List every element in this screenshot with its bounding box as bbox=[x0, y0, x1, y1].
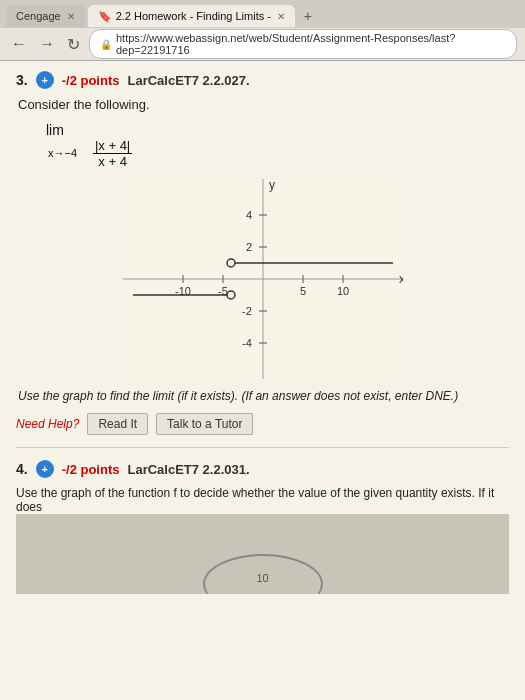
question-4-points: -/2 points bbox=[62, 462, 120, 477]
browser-chrome: Cengage ✕ 🔖 2.2 Homework - Finding Limit… bbox=[0, 0, 525, 61]
tab-homework[interactable]: 🔖 2.2 Homework - Finding Limits - ✕ bbox=[88, 5, 295, 27]
question-3-points: -/2 points bbox=[62, 73, 120, 88]
label-y-4: 4 bbox=[245, 209, 251, 221]
question-4-number: 4. bbox=[16, 461, 28, 477]
open-circle-upper bbox=[227, 259, 235, 267]
back-button[interactable]: ← bbox=[8, 35, 30, 53]
label-y-2: 2 bbox=[245, 241, 251, 253]
address-bar[interactable]: 🔒 https://www.webassign.net/web/Student/… bbox=[89, 29, 517, 59]
question-3-id: LarCalcET7 2.2.027. bbox=[127, 73, 249, 88]
label-x-5: 5 bbox=[299, 285, 305, 297]
question-3-statement: Consider the following. bbox=[18, 97, 509, 112]
question-4: 4. + -/2 points LarCalcET7 2.2.031. Use … bbox=[16, 460, 509, 514]
lock-icon: 🔒 bbox=[100, 39, 112, 50]
tab-bar: Cengage ✕ 🔖 2.2 Homework - Finding Limit… bbox=[0, 0, 525, 28]
read-it-button[interactable]: Read It bbox=[87, 413, 148, 435]
bottom-area: 10 bbox=[16, 514, 509, 594]
question-divider bbox=[16, 447, 509, 448]
numerator: |x + 4| bbox=[93, 138, 132, 154]
question-3-header: 3. + -/2 points LarCalcET7 2.2.027. bbox=[16, 71, 509, 89]
nav-bar: ← → ↻ 🔒 https://www.webassign.net/web/St… bbox=[0, 28, 525, 60]
bottom-hint: 10 bbox=[256, 572, 268, 584]
question-4-header: 4. + -/2 points LarCalcET7 2.2.031. bbox=[16, 460, 509, 478]
question-3-number: 3. bbox=[16, 72, 28, 88]
label-x-10: 10 bbox=[336, 285, 348, 297]
plus-badge-4: + bbox=[36, 460, 54, 478]
label-y-neg4: -4 bbox=[242, 337, 252, 349]
fraction-container: |x + 4| x + 4 bbox=[89, 144, 132, 160]
refresh-button[interactable]: ↻ bbox=[64, 35, 83, 54]
limit-label: lim bbox=[46, 122, 64, 138]
open-circle-lower bbox=[227, 291, 235, 299]
graph-container: -10 -5 5 10 4 2 -2 -4 x y bbox=[16, 179, 509, 379]
plus-badge: + bbox=[36, 71, 54, 89]
page-content: 3. + -/2 points LarCalcET7 2.2.027. Cons… bbox=[0, 61, 525, 700]
question-4-statement: Use the graph of the function f to decid… bbox=[16, 486, 509, 514]
denominator: x + 4 bbox=[96, 154, 129, 169]
talk-to-tutor-button[interactable]: Talk to a Tutor bbox=[156, 413, 253, 435]
favicon-icon: 🔖 bbox=[98, 10, 112, 23]
limit-subscript: x→−4 bbox=[48, 147, 77, 159]
tab-cengage[interactable]: Cengage ✕ bbox=[6, 5, 85, 27]
label-y-neg2: -2 bbox=[242, 305, 252, 317]
x-axis-label: x bbox=[399, 272, 403, 286]
y-axis-label: y bbox=[269, 179, 275, 192]
graph-svg: -10 -5 5 10 4 2 -2 -4 x y bbox=[123, 179, 403, 379]
need-help-label: Need Help? bbox=[16, 417, 79, 431]
tab-homework-label: 2.2 Homework - Finding Limits - bbox=[116, 10, 271, 22]
tab-homework-close[interactable]: ✕ bbox=[277, 11, 285, 22]
help-bar: Need Help? Read It Talk to a Tutor bbox=[16, 413, 509, 435]
tab-cengage-close[interactable]: ✕ bbox=[67, 11, 75, 22]
address-text: https://www.webassign.net/web/Student/As… bbox=[116, 32, 506, 56]
new-tab-button[interactable]: + bbox=[298, 6, 318, 26]
tab-cengage-label: Cengage bbox=[16, 10, 61, 22]
question-4-id: LarCalcET7 2.2.031. bbox=[127, 462, 249, 477]
graph-instructions: Use the graph to find the limit (if it e… bbox=[18, 389, 507, 403]
math-fraction: |x + 4| x + 4 bbox=[93, 138, 132, 169]
question-3: 3. + -/2 points LarCalcET7 2.2.027. Cons… bbox=[16, 71, 509, 435]
forward-button[interactable]: → bbox=[36, 35, 58, 53]
math-expression: lim x→−4 |x + 4| x + 4 bbox=[46, 122, 509, 169]
